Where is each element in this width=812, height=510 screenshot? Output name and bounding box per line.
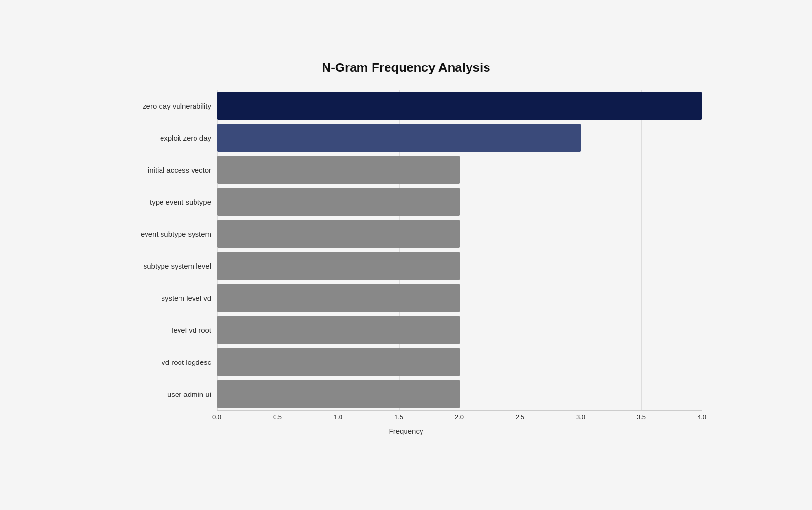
bar <box>217 252 460 280</box>
bar <box>217 316 460 344</box>
bar-row <box>217 218 702 250</box>
y-axis-label: type event subtype <box>110 186 217 218</box>
bar-row <box>217 90 702 122</box>
x-tick-label: 2.0 <box>455 413 464 421</box>
x-tick-label: 0.0 <box>212 413 221 421</box>
y-axis-label: initial access vector <box>110 154 217 186</box>
y-axis-label: system level vd <box>110 282 217 314</box>
bar-row <box>217 378 702 410</box>
y-axis-label: exploit zero day <box>110 122 217 154</box>
x-axis-title: Frequency <box>110 427 702 435</box>
x-tick-label: 1.0 <box>334 413 342 421</box>
grid-line <box>702 90 702 410</box>
bar-row <box>217 154 702 186</box>
bar <box>217 124 581 152</box>
bar <box>217 284 460 312</box>
bar-row <box>217 314 702 346</box>
bar-row <box>217 282 702 314</box>
x-tick-label: 3.5 <box>637 413 646 421</box>
x-tick-label: 1.5 <box>394 413 403 421</box>
x-tick-label: 3.0 <box>576 413 585 421</box>
x-tick-label: 2.5 <box>516 413 524 421</box>
bar <box>217 220 460 248</box>
y-axis-label: vd root logdesc <box>110 346 217 378</box>
y-labels: zero day vulnerabilityexploit zero dayin… <box>110 90 217 411</box>
chart-title: N-Gram Frequency Analysis <box>110 60 702 75</box>
y-axis-label: level vd root <box>110 314 217 346</box>
bar <box>217 348 460 376</box>
x-axis-labels: 0.00.51.01.52.02.53.03.54.0 <box>217 413 702 423</box>
bar-row <box>217 186 702 218</box>
y-axis-label: user admin ui <box>110 378 217 410</box>
bar <box>217 92 702 120</box>
bar-row <box>217 250 702 282</box>
bar <box>217 188 460 216</box>
bars-section <box>217 90 702 411</box>
y-axis-label: event subtype system <box>110 218 217 250</box>
x-tick-label: 0.5 <box>273 413 282 421</box>
y-axis-label: zero day vulnerability <box>110 90 217 122</box>
bar-row <box>217 122 702 154</box>
y-axis-label: subtype system level <box>110 250 217 282</box>
bar <box>217 380 460 408</box>
bar <box>217 156 460 184</box>
x-tick-label: 4.0 <box>698 413 706 421</box>
chart-container: N-Gram Frequency Analysis zero day vulne… <box>91 46 721 464</box>
bar-row <box>217 346 702 378</box>
chart-body: zero day vulnerabilityexploit zero dayin… <box>110 90 702 411</box>
chart-area: zero day vulnerabilityexploit zero dayin… <box>110 90 702 435</box>
